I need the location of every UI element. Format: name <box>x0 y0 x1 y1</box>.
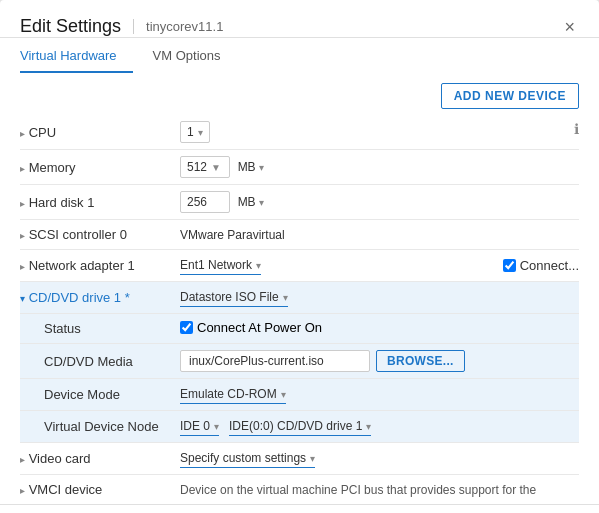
tab-vm-options[interactable]: VM Options <box>153 38 237 73</box>
info-icon[interactable]: ℹ <box>574 121 579 137</box>
network-label: Network adapter 1 <box>29 258 135 273</box>
dialog-title: Edit Settings <box>20 16 121 37</box>
hard-disk-label: Hard disk 1 <box>29 195 95 210</box>
memory-dropdown-arrow: ▼ <box>211 162 221 173</box>
device-mode-label: Device Mode <box>20 379 180 411</box>
media-path-input[interactable] <box>180 350 370 372</box>
chevron-down-icon <box>259 197 264 208</box>
media-input-row: BROWSE... <box>180 350 579 372</box>
chevron-down-icon <box>310 453 315 464</box>
dialog-subtitle: tinycorev11.1 <box>133 19 223 34</box>
hard-disk-unit-select[interactable]: MB <box>238 195 264 209</box>
toolbar: ADD NEW DEVICE <box>20 73 579 115</box>
scsi-value: VMware Paravirtual <box>180 228 285 242</box>
status-connect-checkbox[interactable] <box>180 321 193 334</box>
chevron-down-icon <box>198 127 203 138</box>
ide-selects: IDE 0 IDE(0:0) CD/DVD drive 1 <box>180 417 371 436</box>
chevron-down-icon <box>366 421 371 432</box>
video-card-row: Video card Specify custom settings <box>20 443 579 475</box>
virtual-node-row: Virtual Device Node IDE 0 IDE(0:0) CD/DV… <box>20 411 579 443</box>
chevron-right-icon <box>20 454 25 465</box>
status-checkbox-wrap[interactable]: Connect At Power On <box>180 320 322 335</box>
media-row: CD/DVD Media BROWSE... <box>20 344 579 379</box>
video-card-label: Video card <box>29 451 91 466</box>
close-button[interactable]: × <box>560 18 579 36</box>
chevron-right-icon <box>20 261 25 272</box>
virtual-node-label: Virtual Device Node <box>20 411 180 443</box>
vmci-label: VMCI device <box>29 482 103 497</box>
memory-value-input[interactable]: 512 ▼ <box>180 156 230 178</box>
media-label: CD/DVD Media <box>20 344 180 379</box>
device-mode-row: Device Mode Emulate CD-ROM <box>20 379 579 411</box>
cddvd-label: CD/DVD drive 1 * <box>29 290 130 305</box>
cddvd-row: ▾ CD/DVD drive 1 * Datastore ISO File <box>20 282 579 314</box>
chevron-down-icon <box>283 292 288 303</box>
memory-label: Memory <box>29 160 76 175</box>
browse-button[interactable]: BROWSE... <box>376 350 465 372</box>
ide-primary-select[interactable]: IDE 0 <box>180 417 219 436</box>
dialog-body: ADD NEW DEVICE CPU 1 ℹ <box>0 73 599 504</box>
network-connect-checkbox[interactable] <box>503 259 516 272</box>
chevron-right-icon <box>20 128 25 139</box>
dialog-header: Edit Settings tinycorev11.1 × <box>0 0 599 38</box>
video-card-select[interactable]: Specify custom settings <box>180 449 315 468</box>
table-row: Memory 512 ▼ MB <box>20 150 579 185</box>
vmci-row: VMCI device Device on the virtual machin… <box>20 475 579 505</box>
tab-virtual-hardware[interactable]: Virtual Hardware <box>20 38 133 73</box>
memory-unit-select[interactable]: MB <box>238 160 264 174</box>
network-row: Ent1 Network Connect... <box>180 256 579 275</box>
chevron-down-icon <box>259 162 264 173</box>
edit-settings-dialog: Edit Settings tinycorev11.1 × Virtual Ha… <box>0 0 599 513</box>
device-mode-select[interactable]: Emulate CD-ROM <box>180 385 286 404</box>
status-value: Connect At Power On <box>180 314 579 344</box>
dialog-footer: CANCEL OK <box>0 504 599 513</box>
chevron-down-icon <box>214 421 219 432</box>
tabs-container: Virtual Hardware VM Options <box>0 38 599 73</box>
add-new-device-button[interactable]: ADD NEW DEVICE <box>441 83 579 109</box>
cpu-label: CPU <box>29 125 56 140</box>
settings-table: CPU 1 ℹ Memory <box>20 115 579 504</box>
cddvd-type-select[interactable]: Datastore ISO File <box>180 288 288 307</box>
chevron-right-icon <box>20 198 25 209</box>
chevron-down-icon <box>281 389 286 400</box>
chevron-right-icon <box>20 230 25 241</box>
chevron-down-icon <box>256 260 261 271</box>
table-row: Network adapter 1 Ent1 Network Connect. <box>20 250 579 282</box>
status-connect-label: Connect At Power On <box>197 320 322 335</box>
ide-node-select[interactable]: IDE(0:0) CD/DVD drive 1 <box>229 417 371 436</box>
table-row: CPU 1 ℹ <box>20 115 579 150</box>
network-connect-checkbox-wrap[interactable]: Connect... <box>503 258 579 273</box>
chevron-right-icon <box>20 485 25 496</box>
status-row: Status Connect At Power On <box>20 314 579 344</box>
network-select[interactable]: Ent1 Network <box>180 256 261 275</box>
vmci-value: Device on the virtual machine PCI bus th… <box>180 483 536 497</box>
table-row: SCSI controller 0 VMware Paravirtual <box>20 220 579 250</box>
chevron-down-icon: ▾ <box>20 293 25 304</box>
status-label: Status <box>20 314 180 344</box>
hard-disk-value[interactable]: 256 <box>180 191 230 213</box>
scsi-label: SCSI controller 0 <box>29 227 127 242</box>
cpu-select[interactable]: 1 <box>180 121 210 143</box>
network-connect-label: Connect... <box>520 258 579 273</box>
table-row: Hard disk 1 256 MB <box>20 185 579 220</box>
chevron-right-icon <box>20 163 25 174</box>
